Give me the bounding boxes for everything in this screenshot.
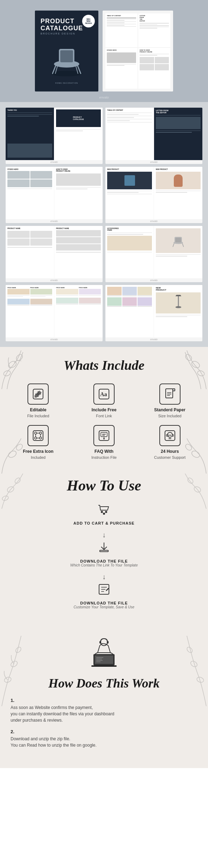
spread-8: NEWPRODUCT (105, 285, 202, 337)
preview-card-6: ACCESSORIESITEMS (105, 226, 202, 282)
svg-point-67 (105, 511, 107, 513)
letter-page-2: LETTER FROMTHE EDITOR (154, 108, 202, 160)
step-download2-desc: Customize Your Template, Save & Use (74, 605, 134, 609)
person-laptop-icon (11, 636, 197, 672)
work-step-1-num: 1. (11, 698, 197, 703)
whats-include-section: Whats Include Editable File Included (0, 347, 208, 474)
arrow-2: ↓ (7, 573, 201, 581)
svg-text:Aa: Aa (100, 391, 107, 397)
preview-card-8: NEWPRODUCT envato (105, 285, 202, 341)
svg-rect-88 (99, 641, 101, 644)
arrow-1: ↓ (7, 531, 201, 539)
svg-rect-28 (166, 389, 173, 398)
thankyou-page: THANK YOU (6, 108, 54, 160)
floral-bottom-right (173, 438, 208, 474)
step-cart: ADD TO CART & PURCHASE (7, 502, 201, 525)
hero-mockup: 30+ NEWDESIGN PRODUCT CATALOGUE BROCHURE… (28, 4, 180, 99)
floral-howto-tl (0, 474, 28, 509)
watermark-5: envato (6, 278, 103, 282)
work-step-2: 2. Download and unzip the zip file. You … (11, 729, 197, 748)
svg-point-34 (35, 432, 37, 434)
preview-card-7: PROD NAME PROD NAME (6, 285, 103, 341)
spread-4: NEW PRODUCT NEW PRODUCT (105, 167, 202, 219)
watermark-6: envato (105, 278, 202, 282)
watermark-4: envato (105, 219, 202, 223)
step-cart-label: ADD TO CART & PURCHASE (73, 521, 134, 525)
whats-include-title: Whats Include (7, 357, 201, 373)
preview-card-3: STUDIO HERO HOW TO ODERPRODUCT ONLINE en… (6, 167, 103, 223)
svg-rect-13 (178, 296, 179, 306)
faq-icon-box (93, 425, 115, 446)
cart-icon (97, 502, 111, 519)
svg-point-79 (186, 646, 193, 653)
how-to-title: How To Use (7, 477, 201, 494)
multi-product-2: PROD NAME PROD NAME (54, 285, 103, 337)
toc-page-2: TABLE OF CONTENT (105, 108, 154, 160)
work-step-2-num: 2. (11, 729, 197, 734)
font-label: Include Free (92, 407, 117, 412)
watermark-3: envato (6, 219, 103, 223)
faq-sub: Instruction File (91, 455, 117, 460)
svg-rect-7 (60, 50, 73, 62)
preview-section: THANK YOU PRODUCTCATALOGUE envato TABLE … (0, 102, 208, 347)
watermark-1: envato (6, 160, 103, 164)
font-icon-box: Aa (93, 384, 115, 405)
studio-page: STUDIO HERO (105, 48, 137, 89)
svg-point-64 (103, 513, 105, 515)
svg-line-8 (173, 243, 175, 247)
svg-point-21 (197, 370, 205, 377)
svg-point-35 (39, 432, 42, 434)
svg-rect-82 (91, 665, 117, 667)
svg-point-44 (103, 438, 105, 439)
floral-bottom-left (0, 438, 35, 474)
svg-rect-68 (100, 550, 108, 552)
paper-label: Standerd Paper (154, 407, 185, 412)
cover-title: PRODUCT CATALOGUE (41, 18, 83, 32)
catalogue-cover-page: PRODUCTCATALOGUE (54, 108, 103, 160)
product-grid-1: PRODUCT NAME (6, 226, 54, 278)
cover-mockup: 30+ NEWDESIGN PRODUCT CATALOGUE BROCHURE… (35, 11, 98, 91)
spread-mockup: TABLE OF CONTENT LETTERFROMTHEEDITOR ST (103, 11, 173, 91)
svg-point-77 (196, 676, 204, 683)
svg-rect-50 (166, 435, 168, 436)
font-icon: Aa (98, 388, 110, 400)
new-product-page-1: NEW PRODUCT (105, 167, 154, 219)
work-step-2-text: Download and unzip the zip file. You can… (11, 736, 197, 748)
paper-sub: Size Included (158, 414, 182, 418)
new-product-big: NEWPRODUCT (154, 285, 202, 337)
svg-rect-12 (175, 237, 181, 242)
svg-rect-43 (101, 432, 107, 437)
editable-sub: File Included (27, 414, 49, 418)
step-download2: DOWNLOAD THE FILE Customize Your Templat… (7, 582, 201, 609)
svg-marker-14 (175, 295, 181, 296)
step-download1-desc: Which Contains The Link To Your Template (70, 563, 137, 567)
svg-point-66 (101, 511, 103, 513)
work-step-1: 1. Ass soon as Website confirms the paym… (11, 698, 197, 723)
floral-work-left (0, 636, 25, 706)
letter-page: LETTERFROMTHEEDITOR (138, 13, 170, 47)
badge: 30+ NEWDESIGN (82, 15, 95, 27)
spread-3: STUDIO HERO HOW TO ODERPRODUCT ONLINE (6, 167, 103, 219)
spread-1: THANK YOU PRODUCTCATALOGUE (6, 108, 103, 160)
svg-rect-81 (95, 655, 113, 664)
work-step-1-text: Ass soon as Website confirms the payment… (11, 704, 197, 723)
spread-7: PROD NAME PROD NAME (6, 285, 103, 337)
multi-product-3 (105, 285, 154, 337)
floral-top-right (173, 347, 208, 389)
hero-section: 30+ NEWDESIGN PRODUCT CATALOGUE BROCHURE… (0, 0, 208, 102)
how-work-section: How Does This Work 1. Ass soon as Websit… (0, 629, 208, 768)
chair-small-icon (170, 233, 186, 249)
feature-font: Aa Include Free Font Link (73, 384, 135, 418)
preview-card-4: NEW PRODUCT NEW PRODUCT envato (105, 167, 202, 223)
spread-6: ACCESSORIESITEMS (105, 226, 202, 278)
watermark-2: envato (105, 160, 202, 164)
multi-product-1: PROD NAME PROD NAME (6, 285, 54, 337)
how-to-section: How To Use ADD TO CART & PURCHASE ↓ DOWN… (0, 474, 208, 629)
paper-icon (164, 388, 176, 400)
studio-page-2: STUDIO HERO (6, 167, 54, 219)
svg-point-58 (184, 443, 193, 451)
new-product-page-2: NEW PRODUCT (154, 167, 202, 219)
svg-point-56 (15, 443, 24, 451)
chair-illustration (45, 38, 88, 81)
faq-icon (98, 429, 110, 442)
